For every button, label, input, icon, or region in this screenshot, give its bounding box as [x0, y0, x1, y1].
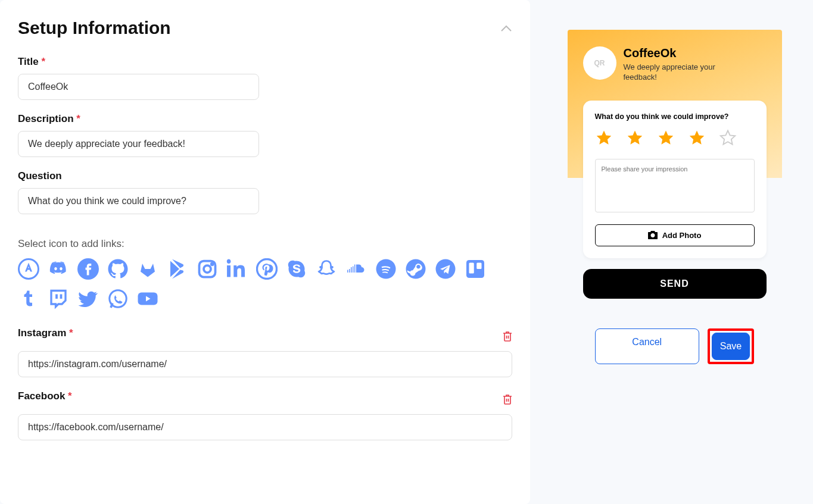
- preview-description: We deeply appreciate your feedback!: [624, 62, 743, 83]
- snapchat-icon[interactable]: [316, 258, 337, 280]
- spotify-icon[interactable]: [375, 258, 397, 280]
- svg-point-4: [211, 263, 213, 265]
- svg-rect-11: [476, 263, 481, 270]
- svg-point-3: [204, 265, 211, 273]
- title-field-group: Title *: [18, 56, 512, 100]
- whatsapp-icon[interactable]: [107, 288, 129, 309]
- facebook-link-group: Facebook *: [18, 390, 512, 440]
- twitch-icon[interactable]: [48, 288, 69, 309]
- svg-point-5: [257, 259, 277, 279]
- instagram-input[interactable]: [18, 351, 512, 377]
- preview-scroll-container[interactable]: QR CoffeeOk We deeply appreciate your fe…: [568, 30, 782, 315]
- save-button-highlight: Save: [708, 328, 754, 364]
- cancel-button[interactable]: Cancel: [595, 328, 699, 364]
- svg-point-6: [376, 259, 396, 279]
- svg-rect-10: [469, 263, 474, 274]
- save-button[interactable]: Save: [712, 333, 750, 360]
- instagram-icon[interactable]: [197, 258, 218, 280]
- appstore-icon[interactable]: [18, 258, 39, 280]
- googleplay-icon[interactable]: [167, 258, 188, 280]
- pinterest-icon[interactable]: [256, 258, 278, 280]
- rating-stars: [595, 129, 755, 147]
- discord-icon[interactable]: [48, 258, 69, 280]
- description-label: Description *: [18, 113, 512, 125]
- star-5-icon[interactable]: [719, 129, 737, 147]
- tumblr-icon[interactable]: [18, 288, 39, 309]
- add-photo-button[interactable]: Add Photo: [595, 224, 755, 246]
- preview-panel: QR CoffeeOk We deeply appreciate your fe…: [530, 0, 813, 504]
- delete-facebook-icon[interactable]: [503, 394, 512, 405]
- preview-avatar: QR: [583, 46, 616, 80]
- section-header: Setup Information: [18, 18, 512, 38]
- facebook-icon[interactable]: [77, 258, 99, 280]
- description-field-group: Description *: [18, 113, 512, 157]
- facebook-label: Facebook *: [18, 390, 72, 402]
- camera-icon: [648, 231, 658, 239]
- svg-point-8: [436, 259, 456, 279]
- title-input[interactable]: [18, 74, 259, 100]
- instagram-link-group: Instagram *: [18, 327, 512, 377]
- facebook-input[interactable]: [18, 414, 512, 440]
- description-input[interactable]: [18, 131, 259, 157]
- action-buttons: Cancel Save: [548, 328, 801, 364]
- question-field-group: Question: [18, 170, 512, 214]
- gitlab-icon[interactable]: [137, 258, 158, 280]
- star-1-icon[interactable]: [595, 129, 613, 147]
- preview-feedback-card: What do you think we could improve? Add …: [583, 101, 767, 258]
- youtube-icon[interactable]: [137, 288, 158, 309]
- preview-question: What do you think we could improve?: [595, 112, 755, 121]
- collapse-chevron-icon[interactable]: [500, 21, 512, 35]
- github-icon[interactable]: [107, 258, 129, 280]
- skype-icon[interactable]: [286, 258, 307, 280]
- question-label: Question: [18, 170, 512, 182]
- setup-form-panel: Setup Information Title * Description * …: [0, 0, 530, 504]
- send-button[interactable]: SEND: [583, 269, 767, 299]
- trello-icon[interactable]: [465, 258, 486, 280]
- linkedin-icon[interactable]: [226, 258, 248, 280]
- preview-title: CoffeeOk: [624, 46, 743, 60]
- telegram-icon[interactable]: [435, 258, 456, 280]
- section-title: Setup Information: [18, 18, 171, 38]
- title-label: Title *: [18, 56, 512, 68]
- soundcloud-icon[interactable]: [345, 258, 367, 280]
- icons-section-label: Select icon to add links:: [18, 238, 512, 250]
- star-4-icon[interactable]: [688, 129, 706, 147]
- instagram-label: Instagram *: [18, 327, 73, 339]
- twitter-icon[interactable]: [77, 288, 99, 309]
- delete-instagram-icon[interactable]: [503, 331, 512, 342]
- star-2-icon[interactable]: [626, 129, 644, 147]
- steam-icon[interactable]: [405, 258, 426, 280]
- star-3-icon[interactable]: [657, 129, 675, 147]
- social-icons-grid: [18, 258, 512, 309]
- preview-impression-textarea[interactable]: [595, 159, 755, 212]
- question-input[interactable]: [18, 188, 259, 214]
